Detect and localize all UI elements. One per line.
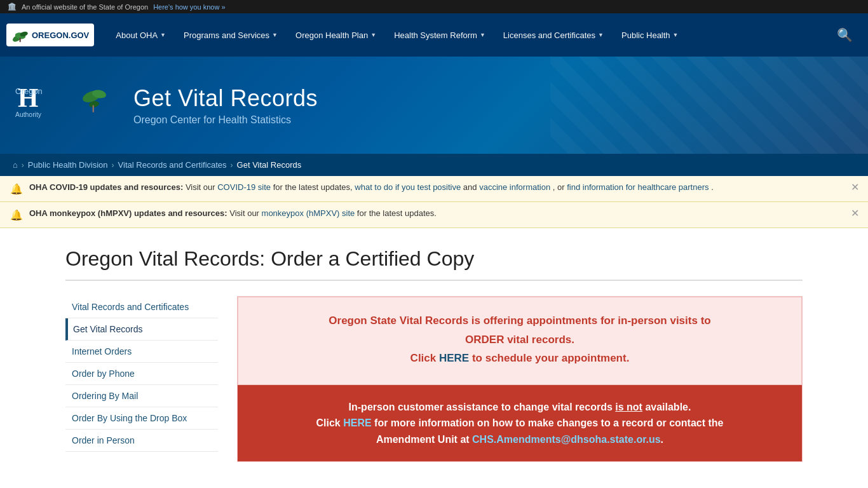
chevron-down-icon: ▼ <box>370 32 376 38</box>
red-notice-line1: In-person customer assistance to change … <box>257 399 783 416</box>
breadcrumb-sep-2: › <box>112 161 114 170</box>
nav-item-health-system-reform[interactable]: Health System Reform ▼ <box>385 13 494 57</box>
breadcrumb-sep-3: › <box>231 161 233 170</box>
sidebar-item-ordering-mail: Ordering By Mail <box>65 385 218 407</box>
covid-alert-text: OHA COVID-19 updates and resources: Visi… <box>29 182 714 192</box>
search-icon[interactable]: 🔍 <box>828 21 862 49</box>
sidebar-item-order-in-person: Order in Person <box>65 430 218 452</box>
monkeypox-alert-close[interactable]: ✕ <box>851 208 859 219</box>
breadcrumb-home-link[interactable]: ⌂ <box>13 160 18 170</box>
info-box-pink: Oregon State Vital Records is offering a… <box>238 297 802 385</box>
monkeypox-link[interactable]: monkeypox (hMPXV) site <box>262 208 355 218</box>
covid-text-after: , or <box>553 182 567 192</box>
covid-text-middle: for the latest updates, <box>273 182 355 192</box>
red-here-link[interactable]: HERE <box>343 417 371 428</box>
covid-alert-banner: 🔔 OHA COVID-19 updates and resources: Vi… <box>0 176 868 202</box>
sidebar-link-order-phone[interactable]: Order by Phone <box>65 363 218 384</box>
sidebar-item-drop-box: Order By Using the Drop Box <box>65 407 218 430</box>
chevron-down-icon: ▼ <box>598 32 604 38</box>
nav-about-oha-label: About OHA <box>116 30 158 40</box>
covid-link-2[interactable]: what to do if you test positive <box>355 182 461 192</box>
nav-licenses-label: Licenses and Certificates <box>503 30 595 40</box>
oregon-logo-svg <box>11 26 29 44</box>
how-to-know-link[interactable]: Here's how you know » <box>153 3 225 11</box>
logo-text: OREGON.GOV <box>32 30 89 40</box>
home-icon: ⌂ <box>13 160 18 170</box>
sidebar-link-drop-box[interactable]: Order By Using the Drop Box <box>65 407 218 429</box>
hero-banner: H Oregon Authority Get Vital Records Ore… <box>0 57 868 154</box>
main-content: Oregon Vital Records: Order a Certified … <box>53 228 815 481</box>
site-logo[interactable]: OREGON.GOV <box>6 24 94 46</box>
covid-link-3[interactable]: vaccine information <box>479 182 550 192</box>
monkeypox-alert-text: OHA monkeypox (hMPXV) updates and resour… <box>29 208 437 218</box>
pink-notice-line3: Click HERE to schedule your appointment. <box>257 350 782 367</box>
article-content: Oregon State Vital Records is offering a… <box>237 296 803 462</box>
monkeypox-text-after: for the latest updates. <box>357 208 437 218</box>
covid-alert-close[interactable]: ✕ <box>851 182 859 193</box>
sidebar: Vital Records and Certificates Get Vital… <box>65 296 218 452</box>
svg-rect-10 <box>93 105 94 112</box>
sidebar-link-get-vital-records[interactable]: Get Vital Records <box>68 318 218 340</box>
oregon-health-authority-logo: H Oregon Authority <box>13 76 114 133</box>
chevron-down-icon: ▼ <box>160 32 166 38</box>
pink-schedule-text: to schedule your appointment. <box>469 352 629 364</box>
info-box-red: In-person customer assistance to change … <box>238 385 802 462</box>
official-text: An official website of the State of Oreg… <box>22 3 148 11</box>
page-heading: Oregon Vital Records: Order a Certified … <box>65 247 803 281</box>
bell-icon-2: 🔔 <box>10 209 23 221</box>
chevron-down-icon: ▼ <box>480 32 485 38</box>
breadcrumb-public-health-link[interactable]: Public Health Division <box>28 160 108 170</box>
svg-text:Authority: Authority <box>15 111 42 118</box>
top-bar: 🏛️ An official website of the State of O… <box>0 0 868 13</box>
sidebar-link-vital-records-certs[interactable]: Vital Records and Certificates <box>65 296 218 318</box>
red-notice-line2: Click HERE for more information on how t… <box>257 415 783 431</box>
breadcrumb-current: Get Vital Records <box>237 160 302 170</box>
monkeypox-text-before: Visit our <box>229 208 261 218</box>
svg-text:Oregon: Oregon <box>15 86 43 96</box>
notice-container: Oregon State Vital Records is offering a… <box>237 296 803 462</box>
pink-here-link[interactable]: HERE <box>439 352 469 364</box>
svg-rect-3 <box>20 37 21 42</box>
nav-item-about-oha[interactable]: About OHA ▼ <box>107 13 175 57</box>
sidebar-link-ordering-mail[interactable]: Ordering By Mail <box>65 385 218 407</box>
sidebar-item-order-phone: Order by Phone <box>65 363 218 385</box>
nav-item-oregon-health-plan[interactable]: Oregon Health Plan ▼ <box>287 13 385 57</box>
covid-link-4[interactable]: find information for healthcare partners <box>567 182 709 192</box>
hero-subtitle: Oregon Center for Health Statistics <box>133 114 318 126</box>
nav-items: About OHA ▼ Programs and Services ▼ Oreg… <box>107 13 828 57</box>
sidebar-link-internet-orders[interactable]: Internet Orders <box>65 341 218 362</box>
covid-link-1[interactable]: COVID-19 site <box>217 182 271 192</box>
covid-text-before: Visit our <box>186 182 217 192</box>
pink-notice-line1: Oregon State Vital Records is offering a… <box>257 313 782 329</box>
sidebar-item-vital-records-certs: Vital Records and Certificates <box>65 296 218 318</box>
red-notice-line3: Amendment Unit at CHS.Amendments@dhsoha.… <box>257 431 783 448</box>
monkeypox-alert-banner: 🔔 OHA monkeypox (hMPXV) updates and reso… <box>0 202 868 228</box>
nav-item-programs-services[interactable]: Programs and Services ▼ <box>175 13 287 57</box>
pink-click-text: Click <box>410 352 439 364</box>
breadcrumb-sep-1: › <box>22 161 24 170</box>
nav-hsr-label: Health System Reform <box>394 30 477 40</box>
sidebar-link-order-in-person[interactable]: Order in Person <box>65 430 218 451</box>
breadcrumb-vital-records-link[interactable]: Vital Records and Certificates <box>118 160 227 170</box>
nav-item-licenses-certs[interactable]: Licenses and Certificates ▼ <box>494 13 613 57</box>
covid-text-end: . <box>711 182 714 192</box>
nav-programs-label: Programs and Services <box>184 30 269 40</box>
sidebar-item-get-vital-records: Get Vital Records <box>65 318 218 341</box>
bell-icon: 🔔 <box>10 183 23 195</box>
pink-notice-line2: ORDER vital records. <box>257 332 782 348</box>
monkeypox-alert-bold: OHA monkeypox (hMPXV) updates and resour… <box>29 208 227 218</box>
nav-public-health-label: Public Health <box>621 30 670 40</box>
hero-title: Get Vital Records <box>133 85 318 112</box>
sidebar-nav: Vital Records and Certificates Get Vital… <box>65 296 218 452</box>
red-email-link[interactable]: CHS.Amendments@dhsoha.state.or.us <box>472 434 661 445</box>
hero-title-block: Get Vital Records Oregon Center for Heal… <box>133 85 318 126</box>
covid-alert-bold: OHA COVID-19 updates and resources: <box>29 182 183 192</box>
oregon-flag-icon: 🏛️ <box>8 3 17 11</box>
chevron-down-icon: ▼ <box>272 32 278 38</box>
nav-item-public-health[interactable]: Public Health ▼ <box>613 13 688 57</box>
nav-ohp-label: Oregon Health Plan <box>295 30 368 40</box>
main-nav: OREGON.GOV About OHA ▼ Programs and Serv… <box>0 13 868 57</box>
content-columns: Vital Records and Certificates Get Vital… <box>65 296 803 462</box>
sidebar-item-internet-orders: Internet Orders <box>65 341 218 363</box>
breadcrumb: ⌂ › Public Health Division › Vital Recor… <box>0 154 868 176</box>
